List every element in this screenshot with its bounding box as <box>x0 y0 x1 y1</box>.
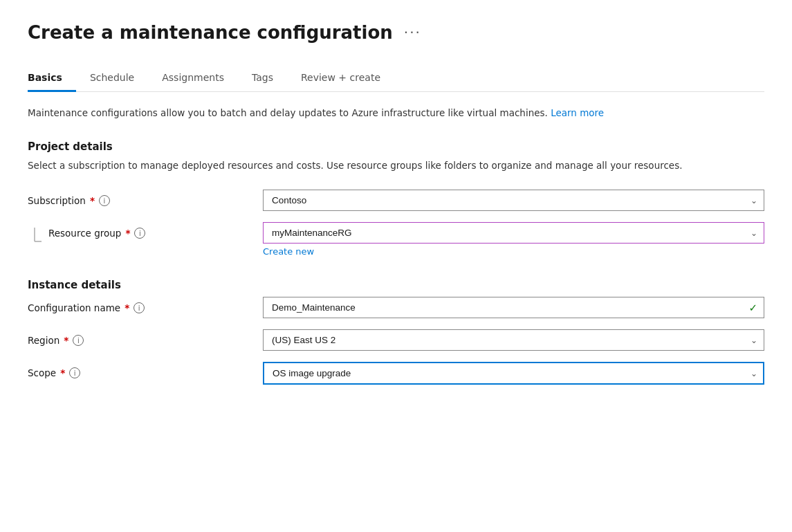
region-select[interactable]: (US) East US 2 <box>263 329 764 351</box>
resource-group-select-wrapper: myMaintenanceRG ⌄ <box>263 222 764 244</box>
instance-details-title: Instance details <box>28 279 764 291</box>
tab-tags[interactable]: Tags <box>238 65 287 92</box>
project-details-section: Project details Select a subscription to… <box>28 140 764 257</box>
subscription-row: Subscription * i Contoso ⌄ <box>28 190 764 211</box>
subscription-control: Contoso ⌄ <box>263 190 764 211</box>
subscription-label: Subscription <box>28 195 86 206</box>
subscription-required: * <box>90 195 95 206</box>
configuration-name-label-col: Configuration name * i <box>28 297 263 313</box>
resource-group-info-icon[interactable]: i <box>134 228 145 239</box>
subscription-select[interactable]: Contoso <box>263 190 764 211</box>
scope-info-icon[interactable]: i <box>69 367 80 378</box>
tab-bar: Basics Schedule Assignments Tags Review … <box>28 65 764 92</box>
create-new-resource-group-link[interactable]: Create new <box>263 246 764 257</box>
region-row: Region * i (US) East US 2 ⌄ <box>28 329 764 351</box>
tab-basics[interactable]: Basics <box>28 65 76 92</box>
subscription-label-col: Subscription * i <box>28 190 263 206</box>
resource-group-select[interactable]: myMaintenanceRG <box>263 222 764 244</box>
scope-row: Scope * i OS image upgrade ⌄ <box>28 362 764 385</box>
page-title: Create a maintenance configuration <box>28 22 393 43</box>
page-description: Maintenance configurations allow you to … <box>28 106 764 121</box>
instance-details-section: Instance details Configuration name * i … <box>28 279 764 385</box>
scope-label: Scope <box>28 367 56 378</box>
tab-assignments[interactable]: Assignments <box>148 65 238 92</box>
region-label-col: Region * i <box>28 329 263 346</box>
tab-review-create[interactable]: Review + create <box>287 65 394 92</box>
region-select-wrapper: (US) East US 2 ⌄ <box>263 329 764 351</box>
tab-schedule[interactable]: Schedule <box>76 65 148 92</box>
region-required: * <box>64 335 68 346</box>
scope-select[interactable]: OS image upgrade <box>263 362 764 385</box>
more-options-button[interactable]: ··· <box>404 24 421 41</box>
scope-select-wrapper: OS image upgrade ⌄ <box>263 362 764 385</box>
resource-group-label-col: Resource group * i <box>48 222 263 239</box>
region-label: Region <box>28 335 59 346</box>
resource-group-required: * <box>125 228 130 239</box>
subscription-info-icon[interactable]: i <box>99 195 110 206</box>
subscription-select-wrapper: Contoso ⌄ <box>263 190 764 211</box>
scope-required: * <box>60 367 65 378</box>
configuration-name-input[interactable] <box>263 297 764 318</box>
configuration-name-required: * <box>125 302 129 313</box>
learn-more-link[interactable]: Learn more <box>551 107 604 118</box>
project-details-description: Select a subscription to manage deployed… <box>28 158 764 174</box>
project-details-title: Project details <box>28 140 764 153</box>
configuration-name-control: ✓ <box>263 297 764 318</box>
configuration-name-info-icon[interactable]: i <box>133 302 145 313</box>
resource-group-row: Resource group * i myMaintenanceRG ⌄ Cre… <box>28 222 764 257</box>
scope-label-col: Scope * i <box>28 362 263 378</box>
configuration-name-row: Configuration name * i ✓ <box>28 297 764 318</box>
region-info-icon[interactable]: i <box>73 335 84 346</box>
configuration-name-input-wrapper: ✓ <box>263 297 764 318</box>
configuration-name-label: Configuration name <box>28 302 120 313</box>
resource-group-control: myMaintenanceRG ⌄ Create new <box>263 222 764 257</box>
resource-group-label: Resource group <box>48 228 121 239</box>
scope-control: OS image upgrade ⌄ <box>263 362 764 385</box>
bracket-connector <box>28 228 42 250</box>
region-control: (US) East US 2 ⌄ <box>263 329 764 351</box>
